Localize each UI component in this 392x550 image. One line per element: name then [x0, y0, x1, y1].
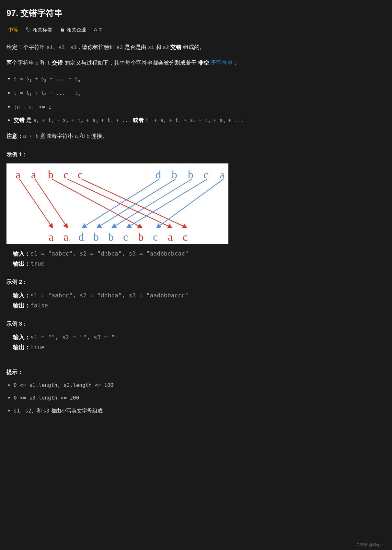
intro-p2: 两个字符串 s 和 t 交错 的定义与过程如下，其中每个字符串都会被分割成若干 …	[6, 58, 386, 68]
companies-label: 相关企业	[67, 26, 86, 34]
diagram-letter: b	[108, 228, 114, 246]
diagram-letter: a	[168, 228, 173, 246]
svg-line-3	[67, 179, 172, 228]
difficulty-badge: 中等	[8, 26, 18, 34]
example1-block: 输入：s1 = "aabcc", s2 = "dbbca", s3 = "aad…	[6, 249, 386, 269]
tags-button[interactable]: 相关标签	[26, 26, 52, 34]
problem-description: 给定三个字符串 s1、s2、s3，请你帮忙验证 s3 是否是由 s1 和 s2 …	[6, 43, 386, 415]
svg-line-7	[112, 179, 192, 228]
tag-icon	[26, 27, 31, 32]
tags-label: 相关标签	[33, 26, 52, 34]
translate-button[interactable]: A文	[94, 26, 102, 33]
example2-block: 输入：s1 = "aabcc", s2 = "dbbca", s3 = "aad…	[6, 291, 386, 310]
interleave-diagram: aabccdbbcaaadbbcbcac	[6, 163, 228, 244]
example1-label: 示例 1：	[6, 150, 386, 159]
diagram-letter: c	[203, 166, 208, 184]
diagram-letter: a	[220, 166, 225, 184]
intro-p1: 给定三个字符串 s1、s2、s3，请你帮忙验证 s3 是否是由 s1 和 s2 …	[6, 43, 386, 52]
example3-label: 示例 3：	[6, 319, 386, 328]
list-item: 0 <= s1.length, s2.length <= 100	[14, 381, 386, 389]
diagram-letter: a	[49, 228, 53, 246]
diagram-letter: a	[63, 228, 68, 246]
diagram-letter: a	[31, 166, 36, 184]
diagram-letter: c	[63, 166, 68, 184]
meta-row: 中等 相关标签 相关企业 A文	[6, 26, 386, 34]
list-item: 交错 是 s1 + t1 + s2 + t2 + s3 + t3 + ... 或…	[14, 116, 386, 125]
list-item: t = t1 + t2 + ... + tm	[14, 89, 386, 98]
diagram-letter: c	[183, 228, 188, 246]
list-item: s = s1 + s2 + ... + sn	[14, 74, 386, 84]
hints-label: 提示：	[6, 368, 386, 377]
list-item: |n - m| <= 1	[14, 102, 386, 111]
diagram-letter: d	[78, 228, 84, 246]
diagram-letter: b	[93, 228, 99, 246]
hints-list: 0 <= s1.length, s2.length <= 100 0 <= s3…	[6, 381, 386, 415]
diagram-letter: c	[123, 228, 128, 246]
list-item: 0 <= s3.length <= 200	[14, 394, 386, 402]
lock-icon	[60, 27, 65, 32]
diagram-letter: a	[16, 166, 20, 184]
diagram-letter: b	[138, 228, 144, 246]
problem-title: 97. 交错字符串	[6, 6, 386, 20]
note-line: 注意：a + b 意味着字符串 a 和 b 连接。	[6, 132, 386, 141]
svg-line-1	[35, 179, 67, 228]
example2-label: 示例 2：	[6, 278, 386, 286]
arrows-svg	[6, 163, 228, 244]
svg-line-5	[82, 179, 159, 228]
svg-line-0	[19, 179, 52, 228]
companies-button[interactable]: 相关企业	[60, 26, 86, 34]
svg-line-6	[97, 179, 176, 228]
diagram-letter: d	[156, 166, 161, 184]
definition-list: s = s1 + s2 + ... + sn t = t1 + t2 + ...…	[6, 74, 386, 125]
list-item: s1、s2、和 s3 都由小写英文字母组成	[14, 407, 386, 415]
diagram-letter: b	[48, 166, 53, 184]
diagram-letter: b	[188, 166, 193, 184]
substring-link[interactable]: 子字符串	[209, 60, 233, 66]
diagram-letter: b	[172, 166, 177, 184]
diagram-letter: c	[153, 228, 158, 246]
example3-block: 输入：s1 = "", s2 = "", s3 = "" 输出：true	[6, 333, 386, 352]
diagram-letter: c	[78, 166, 83, 184]
